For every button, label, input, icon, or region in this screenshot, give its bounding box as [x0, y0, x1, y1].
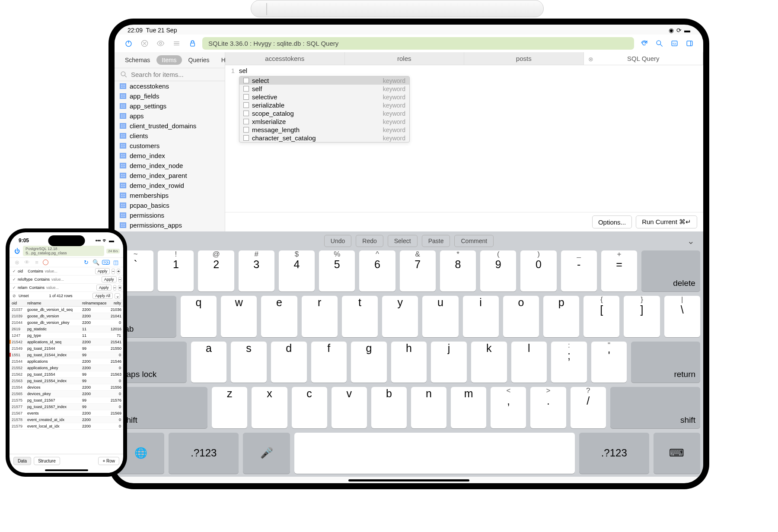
key[interactable]: p: [543, 296, 579, 337]
iphone-search-icon[interactable]: 🔍: [92, 259, 100, 266]
autocomplete-item[interactable]: selectkeyword: [239, 76, 409, 85]
tab-data[interactable]: Data: [13, 457, 31, 465]
key-mic[interactable]: 🎤: [243, 433, 290, 474]
key[interactable]: w: [221, 296, 257, 337]
key[interactable]: h: [391, 342, 427, 383]
sidebar-item[interactable]: clients: [115, 131, 225, 141]
key-dismiss[interactable]: ⌨: [654, 433, 700, 474]
breadcrumb[interactable]: SQLite 3.36.0 : Hvygy : sqlite.db : SQL …: [202, 37, 634, 50]
key[interactable]: o: [503, 296, 539, 337]
filter-op[interactable]: Contains: [35, 277, 50, 282]
key[interactable]: $4: [279, 250, 315, 291]
filter-field[interactable]: oid: [18, 269, 26, 273]
key[interactable]: v: [332, 387, 367, 428]
key-return[interactable]: return: [631, 342, 700, 383]
key-space[interactable]: [294, 433, 575, 474]
autocomplete-item[interactable]: scope_catalogkeyword: [239, 109, 409, 117]
iphone-table-body[interactable]: 21037goose_db_version_id_seq220021036210…: [10, 307, 123, 454]
key[interactable]: d: [271, 342, 307, 383]
table-row[interactable]: 21567events220021569: [10, 410, 123, 417]
key[interactable]: (9: [480, 250, 516, 291]
key[interactable]: ?/: [571, 387, 606, 428]
sidebar-item[interactable]: apps: [115, 111, 225, 121]
filter-op[interactable]: Contains: [29, 285, 45, 290]
key[interactable]: c: [292, 387, 327, 428]
key-alt[interactable]: .?123: [579, 433, 649, 474]
editor-tab[interactable]: accesstokens: [225, 52, 345, 65]
iphone-power-icon[interactable]: ⏻: [13, 248, 21, 254]
pill-queries[interactable]: Queries: [183, 55, 215, 65]
sidebar-search[interactable]: [115, 68, 225, 81]
sidebar-item[interactable]: demo_index_parent: [115, 171, 225, 180]
sidebar-item[interactable]: demo_index_node: [115, 161, 225, 171]
key[interactable]: %5: [319, 250, 355, 291]
table-row[interactable]: 21563pg_toast_21554_index990: [10, 378, 123, 384]
refresh-button[interactable]: [638, 38, 650, 50]
key[interactable]: <,: [491, 387, 526, 428]
table-row[interactable]: 21577pg_toast_21567_index990: [10, 404, 123, 410]
key[interactable]: u: [422, 296, 458, 337]
key[interactable]: s: [231, 342, 267, 383]
key[interactable]: l: [511, 342, 547, 383]
sql-editor[interactable]: 1 sel: [225, 65, 703, 76]
key[interactable]: f: [311, 342, 347, 383]
sidebar-item[interactable]: permissions: [115, 210, 225, 220]
filter-value[interactable]: [45, 269, 93, 273]
table-row[interactable]: 21544applications220021546: [10, 358, 123, 365]
key[interactable]: q: [181, 296, 217, 337]
iphone-breadcrumb[interactable]: PostgreSQL 12.18 : S...pg_catalog.pg_cla…: [23, 246, 104, 256]
plus-button[interactable]: +: [118, 285, 121, 291]
kb-redo[interactable]: Redo: [356, 235, 383, 247]
unset-icon[interactable]: ⊘: [13, 294, 17, 298]
home-indicator[interactable]: [348, 479, 469, 481]
sidebar-items[interactable]: accesstokensapp_fieldsapp_settingsappscl…: [115, 81, 225, 231]
sidebar-item[interactable]: client_trusted_domains: [115, 121, 225, 131]
table-row[interactable]: 21579event_local_at_idx22000: [10, 423, 123, 430]
key[interactable]: &7: [400, 250, 436, 291]
col-relty[interactable]: relty: [108, 300, 123, 306]
sidebar-item[interactable]: pcpao_basics: [115, 200, 225, 210]
key[interactable]: g: [351, 342, 387, 383]
sidebar-item[interactable]: accesstokens: [115, 81, 225, 91]
key[interactable]: a: [191, 342, 227, 383]
kb-paste[interactable]: Paste: [422, 235, 450, 247]
apply-button[interactable]: Apply: [95, 268, 110, 274]
key[interactable]: >.: [530, 387, 566, 428]
key[interactable]: +=: [601, 250, 637, 291]
tab-structure[interactable]: Structure: [34, 457, 60, 465]
key[interactable]: m: [451, 387, 486, 428]
sidebar-item[interactable]: demo_index_rowid: [115, 180, 225, 190]
expand-button[interactable]: ⌄: [115, 293, 120, 299]
on-screen-keyboard[interactable]: Undo Redo Select Paste Comment ⌄ ~`!1@2#…: [115, 231, 703, 477]
key[interactable]: x: [252, 387, 287, 428]
autocomplete-item[interactable]: character_set_catalogkeyword: [239, 134, 409, 142]
iphone-list-icon[interactable]: ≡: [33, 259, 41, 266]
col-oid[interactable]: oid: [10, 300, 25, 306]
panel-button[interactable]: [683, 38, 695, 50]
sql-button[interactable]: SQL: [668, 38, 680, 50]
iphone-panel-icon[interactable]: ◫: [112, 259, 120, 266]
key[interactable]: @2: [198, 250, 234, 291]
sidebar-item[interactable]: demo_index: [115, 151, 225, 161]
table-row[interactable]: 21542applications_id_seq220021541: [10, 339, 123, 345]
key[interactable]: y: [382, 296, 418, 337]
editor-tab[interactable]: ⊗SQL Query: [584, 52, 704, 65]
key-shift[interactable]: shift: [118, 387, 207, 428]
iphone-close-icon[interactable]: ⊗: [13, 259, 21, 266]
power-button[interactable]: [122, 38, 134, 50]
filter-value[interactable]: [46, 285, 95, 290]
table-row[interactable]: 21044goose_db_version_pkey22000: [10, 320, 123, 326]
options-button[interactable]: Options...: [592, 215, 632, 228]
key[interactable]: *8: [440, 250, 476, 291]
iphone-sql-icon[interactable]: SQL: [102, 260, 110, 265]
filter-check[interactable]: ✓: [13, 277, 16, 282]
cancel-button[interactable]: [138, 38, 150, 50]
list-button[interactable]: [170, 38, 182, 50]
pill-schemas[interactable]: Schemas: [120, 55, 155, 65]
table-row[interactable]: 1247pg_type1171: [10, 332, 123, 339]
autocomplete-popup[interactable]: selectkeywordselfkeywordselectivekeyword…: [239, 76, 410, 142]
editor-tab[interactable]: roles: [345, 52, 465, 65]
key-delete[interactable]: delete: [641, 250, 700, 291]
filter-check[interactable]: ✓: [13, 269, 16, 273]
col-relnamespace[interactable]: relnamespace: [80, 300, 108, 306]
